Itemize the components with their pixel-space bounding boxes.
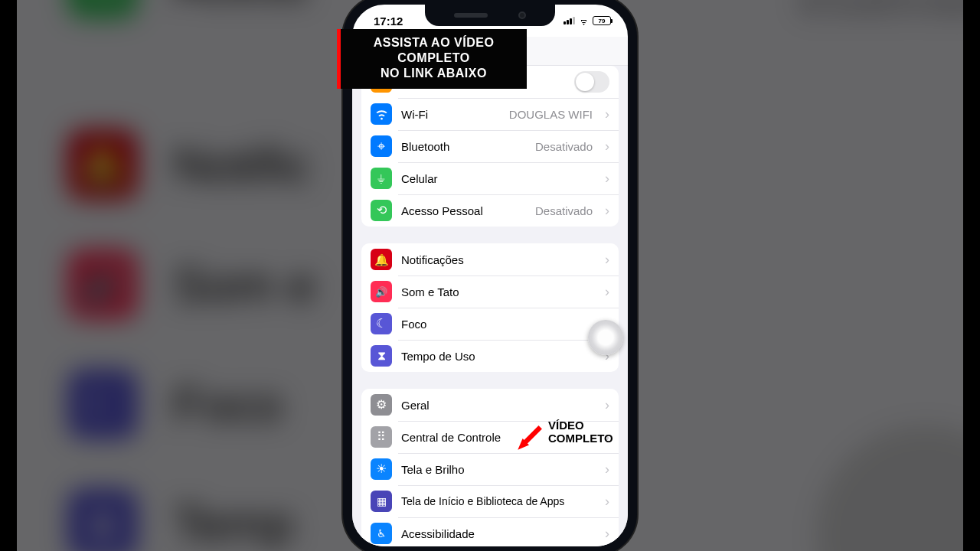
bell-icon: 🔔 (371, 249, 392, 270)
row-general[interactable]: ⚙ Geral › (361, 389, 619, 421)
row-label: Celular (401, 172, 593, 185)
row-label: Acessibilidade (401, 527, 593, 540)
annotation-arrow: VÍDEO COMPLETO (513, 422, 613, 455)
chevron-right-icon: › (605, 494, 609, 510)
phone-notch (425, 5, 555, 26)
annotation-line1: VÍDEO (548, 419, 613, 432)
row-focus[interactable]: ☾ Foco › (361, 308, 619, 340)
speaker-icon: 🔊 (67, 249, 138, 320)
gear-icon: ⚙ (371, 394, 392, 416)
row-label: Tempo de Uso (401, 350, 593, 363)
chevron-right-icon: › (605, 284, 609, 300)
annotation-line2: COMPLETO (548, 432, 613, 445)
banner-line2: NO LINK ABAIXO (350, 66, 518, 81)
bluetooth-icon: ⌖ (371, 135, 392, 157)
row-label: Acesso Pessoal (401, 204, 526, 217)
video-bar-left (0, 0, 17, 551)
chevron-right-icon: › (605, 461, 609, 478)
wifi-status-icon (578, 16, 590, 25)
chevron-right-icon: › (605, 139, 609, 155)
chevron-right-icon: › (605, 397, 609, 413)
assistive-touch-bg (816, 425, 981, 552)
row-accessibility[interactable]: ♿︎ Acessibilidade › (361, 517, 619, 546)
bell-icon: 🔔 (67, 129, 138, 200)
banner-line1: ASSISTA AO VÍDEO COMPLETO (350, 35, 518, 66)
brightness-icon: ☀ (371, 458, 392, 480)
arrow-icon (513, 422, 545, 455)
overlay-banner: ASSISTA AO VÍDEO COMPLETO NO LINK ABAIXO (337, 29, 527, 89)
row-value: DOUGLAS WIFI (509, 108, 593, 121)
settings-group-notifications: 🔔 Notificações › 🔊 Som e Tato › ☾ Foco ›… (361, 243, 619, 372)
moon-icon: ☾ (371, 313, 392, 334)
row-label: Foco (401, 318, 593, 331)
status-time: 17:12 (374, 15, 403, 28)
row-value: Desativado (535, 140, 593, 153)
antenna-icon: ⏚ (371, 168, 392, 189)
airplane-toggle[interactable] (574, 71, 609, 93)
row-screen-time[interactable]: ⧗ Tempo de Uso › (361, 340, 619, 372)
settings-group-general: ⚙ Geral › ⠿ Central de Controle › ☀ Tela… (361, 389, 619, 546)
row-label: Som e Tato (401, 285, 593, 298)
chevron-right-icon: › (605, 203, 609, 219)
row-notifications[interactable]: 🔔 Notificações › (361, 243, 619, 276)
sliders-icon: ⠿ (371, 426, 392, 448)
wifi-icon (371, 103, 392, 125)
row-label: Tela e Brilho (401, 463, 593, 476)
row-bluetooth[interactable]: ⌖ Bluetooth Desativado › (361, 130, 619, 162)
hourglass-icon: ⧗ (371, 345, 392, 367)
row-value: Desativado (535, 204, 593, 217)
moon-icon: ☾ (67, 369, 138, 439)
hotspot-icon: ⟲ (67, 0, 138, 18)
assistive-touch-button[interactable] (588, 320, 623, 355)
row-home-screen[interactable]: ▦ Tela de Início e Biblioteca de Apps › (361, 485, 619, 517)
speaker-icon: 🔊 (371, 281, 392, 302)
row-wifi[interactable]: Wi-Fi DOUGLAS WIFI › (361, 98, 619, 130)
chevron-right-icon: › (605, 526, 609, 542)
row-sounds[interactable]: 🔊 Som e Tato › (361, 276, 619, 308)
app-grid-icon: ▦ (371, 491, 392, 512)
row-hotspot[interactable]: ⟲ Acesso Pessoal Desativado › (361, 194, 619, 227)
battery-icon: 79 (593, 16, 611, 25)
chevron-right-icon: › (605, 171, 609, 187)
hotspot-icon: ⟲ (371, 200, 392, 221)
row-cellular[interactable]: ⏚ Celular › (361, 162, 619, 194)
signal-icon (564, 17, 575, 24)
row-label: Bluetooth (401, 140, 526, 153)
row-label: Geral (401, 399, 593, 412)
row-label: Notificações (401, 253, 593, 266)
row-label: Tela de Início e Biblioteca de Apps (401, 495, 593, 507)
accessibility-icon: ♿︎ (371, 523, 392, 544)
chevron-right-icon: › (605, 106, 609, 122)
row-display-brightness[interactable]: ☀ Tela e Brilho › (361, 453, 619, 485)
settings-group-connectivity: ✈ Modo Avião Wi-Fi DOUGLAS WIFI › ⌖ Blue… (361, 66, 619, 227)
hourglass-icon: ⧗ (67, 488, 138, 551)
row-label: Wi-Fi (401, 108, 500, 121)
settings-screen[interactable]: ✈ Modo Avião Wi-Fi DOUGLAS WIFI › ⌖ Blue… (352, 37, 628, 546)
video-bar-right (963, 0, 980, 551)
chevron-right-icon: › (605, 252, 609, 268)
